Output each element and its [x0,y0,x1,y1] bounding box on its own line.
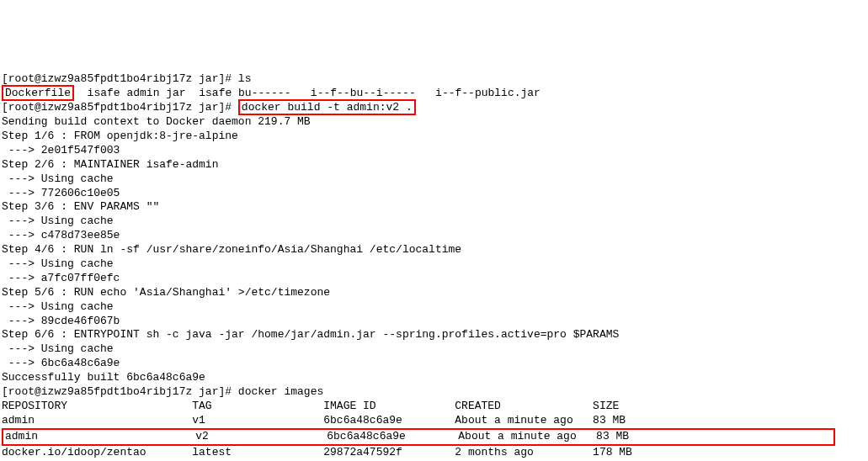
ls-command[interactable]: ls [238,72,252,85]
admin-v2-row-highlight: admin v2 6bc6a48c6a9e About a minute ago… [2,428,835,446]
prompt-line: [root@izwz9a85fpdt1bo4ribj17z jar]# dock… [2,99,416,115]
output-line: ---> Using cache [2,257,114,270]
prompt-text: [root@izwz9a85fpdt1bo4ribj17z jar]# [2,101,238,114]
output-line: Step 2/6 : MAINTAINER isafe-admin [2,158,218,171]
terminal-output: [root@izwz9a85fpdt1bo4ribj17z jar]# ls D… [2,59,866,461]
output-line: Step 3/6 : ENV PARAMS "" [2,200,159,213]
output-line: Sending build context to Docker daemon 2… [2,115,311,128]
prompt-text: [root@izwz9a85fpdt1bo4ribj17z jar]# [2,72,238,85]
dockerfile-highlight: Dockerfile [2,85,74,101]
output-line: ---> Using cache [2,215,114,227]
output-line: ---> a7fc07ff0efc [2,272,120,284]
ls-rest: isafe admin jar isafe bu------ i--f--bu-… [74,87,541,99]
prompt-line: [root@izwz9a85fpdt1bo4ribj17z jar]# ls [2,72,251,85]
output-line: ---> 2e01f547f003 [2,144,120,156]
output-line: Step 1/6 : FROM openjdk:8-jre-alpine [2,130,238,142]
output-line: Step 6/6 : ENTRYPOINT sh -c java -jar /h… [2,328,619,341]
output-line: ---> Using cache [2,342,114,355]
docker-build-command[interactable]: docker build -t admin:v2 . [238,99,416,115]
output-line: Step 4/6 : RUN ln -sf /usr/share/zoneinf… [2,243,461,256]
prompt-text: [root@izwz9a85fpdt1bo4ribj17z jar]# [2,385,238,398]
docker-images-command[interactable]: docker images [238,385,323,398]
table-row: admin v1 6bc6a48c6a9e About a minute ago… [2,414,626,427]
table-header: REPOSITORY TAG IMAGE ID CREATED SIZE [2,400,619,412]
output-line: Step 5/6 : RUN echo 'Asia/Shanghai' >/et… [2,286,330,299]
output-line: ---> Using cache [2,172,114,185]
output-line: ---> 772606c10e05 [2,187,120,199]
output-line: ---> c478d73ee85e [2,229,120,241]
prompt-line: [root@izwz9a85fpdt1bo4ribj17z jar]# dock… [2,385,323,398]
table-row: docker.io/idoop/zentao latest 29872a4759… [2,446,632,458]
output-line: Successfully built 6bc6a48c6a9e [2,371,205,384]
output-line: ---> 89cde46f067b [2,315,120,327]
output-line: ---> Using cache [2,300,114,313]
output-line: ---> 6bc6a48c6a9e [2,357,120,369]
